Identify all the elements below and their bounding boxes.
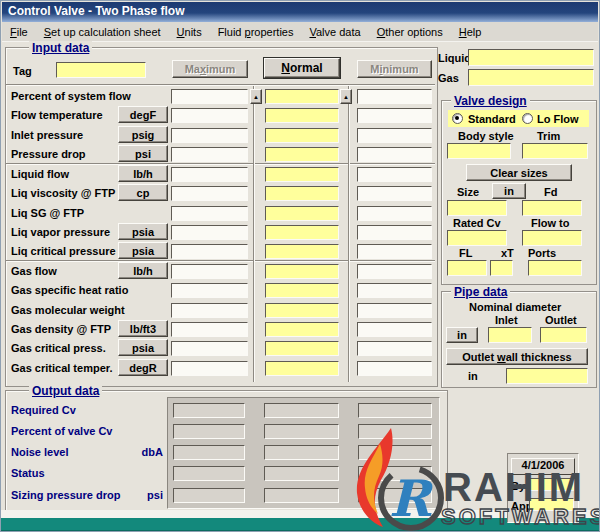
minimum-value-field[interactable]: [357, 206, 432, 221]
menu-item-valve-data[interactable]: Valve data: [301, 24, 368, 40]
minimum-value-field[interactable]: [357, 225, 432, 240]
by-input[interactable]: [529, 478, 574, 491]
size-input[interactable]: [447, 200, 507, 216]
unit-button[interactable]: psig: [118, 126, 168, 143]
maximum-value-field[interactable]: [171, 264, 248, 279]
maximum-value-field[interactable]: [171, 167, 248, 182]
trim-input[interactable]: [522, 143, 588, 159]
unit-button[interactable]: lb/ft3: [118, 320, 168, 337]
maximum-value-field[interactable]: [171, 89, 248, 104]
body-style-input[interactable]: [447, 143, 511, 159]
xt-input[interactable]: [490, 260, 513, 276]
pipe-data-title: Pipe data: [451, 285, 510, 299]
size-unit-button[interactable]: in: [492, 183, 526, 199]
maximum-value-field[interactable]: [171, 361, 248, 376]
normal-value-field[interactable]: [265, 283, 339, 298]
normal-value-field[interactable]: [265, 341, 339, 356]
unit-button[interactable]: psia: [118, 223, 168, 240]
lo-flow-radio[interactable]: [522, 113, 533, 124]
maximum-value-field[interactable]: [171, 206, 248, 221]
wall-thickness-input[interactable]: [506, 368, 588, 384]
normal-value-field[interactable]: [265, 361, 339, 376]
minimum-value-field[interactable]: [357, 89, 432, 104]
normal-value-field[interactable]: [265, 167, 339, 182]
minimum-value-field[interactable]: [357, 264, 432, 279]
minimum-value-field[interactable]: [357, 128, 432, 143]
normal-value-field[interactable]: [265, 108, 339, 123]
maximum-value-field[interactable]: [171, 225, 248, 240]
maximum-button[interactable]: Maximum: [172, 60, 248, 78]
menu-item-other-options[interactable]: Other options: [369, 24, 451, 40]
unit-button[interactable]: degR: [118, 359, 168, 376]
inlet-diameter-input[interactable]: [488, 327, 532, 343]
menu-item-units[interactable]: Units: [169, 24, 210, 40]
titlebar[interactable]: Control Valve - Two Phase flow: [2, 2, 598, 22]
normal-value-field[interactable]: [265, 303, 339, 318]
lo-flow-radio-label: Lo Flow: [537, 113, 579, 125]
ports-input[interactable]: [528, 260, 582, 276]
maximum-value-field[interactable]: [171, 244, 248, 259]
minimum-value-field[interactable]: [357, 303, 432, 318]
normal-value-field[interactable]: [265, 322, 339, 337]
unit-button[interactable]: degF: [118, 106, 168, 123]
standard-radio[interactable]: [452, 113, 463, 124]
minimum-value-field[interactable]: [357, 341, 432, 356]
minimum-value-field[interactable]: [357, 147, 432, 162]
normal-value-field[interactable]: [265, 206, 339, 221]
minimum-value-field[interactable]: [357, 167, 432, 182]
normal-value-field[interactable]: [265, 186, 339, 201]
maximum-value-field[interactable]: [171, 147, 248, 162]
pipe-in-unit-button[interactable]: in: [446, 327, 478, 343]
unit-button[interactable]: lb/h: [118, 165, 168, 182]
menu-item-set-up-calculation-sheet[interactable]: Set up calculation sheet: [36, 24, 169, 40]
gas-input[interactable]: [468, 69, 594, 86]
unit-button[interactable]: lb/h: [118, 262, 168, 279]
minimum-button[interactable]: Minimum: [357, 60, 432, 78]
liquid-input[interactable]: [468, 49, 594, 66]
normal-value-field[interactable]: [265, 244, 339, 259]
minimum-value-field[interactable]: [357, 186, 432, 201]
minimum-value-field[interactable]: [357, 283, 432, 298]
normal-value-field[interactable]: [265, 128, 339, 143]
date-field[interactable]: 4/1/2006: [511, 458, 575, 475]
maximum-value-field[interactable]: [171, 303, 248, 318]
fl-input[interactable]: [447, 260, 487, 276]
flow-to-input[interactable]: [522, 230, 582, 246]
maximum-value-field[interactable]: [171, 108, 248, 123]
maximum-value-field[interactable]: [171, 128, 248, 143]
input-row: Gas specific heat ratio: [1, 283, 437, 300]
tag-input[interactable]: [56, 62, 146, 78]
outlet-diameter-input[interactable]: [540, 327, 587, 343]
normal-value-field[interactable]: [265, 147, 339, 162]
normal-value-field[interactable]: [265, 225, 339, 240]
rated-cv-input[interactable]: [447, 230, 507, 246]
unit-button[interactable]: psia: [118, 339, 168, 356]
menu-item-label: et up calculation sheet: [51, 26, 160, 38]
gas-label: Gas: [438, 72, 459, 84]
normal-value-field[interactable]: [265, 264, 339, 279]
input-row: Gas flowlb/h: [1, 264, 437, 281]
minimum-value-field[interactable]: [357, 244, 432, 259]
normal-button[interactable]: Normal: [264, 58, 340, 78]
minimum-value-field[interactable]: [357, 108, 432, 123]
minimum-value-field[interactable]: [357, 361, 432, 376]
unit-button[interactable]: cp: [118, 184, 168, 201]
menu-item-help[interactable]: Help: [451, 24, 490, 40]
minimum-value-field[interactable]: [357, 322, 432, 337]
outlet-wall-thickness-button[interactable]: Outlet wall thickness: [446, 348, 588, 365]
app-input[interactable]: [529, 498, 574, 511]
menu-item-file[interactable]: File: [2, 24, 36, 40]
unit-button[interactable]: psia: [118, 242, 168, 259]
fd-input[interactable]: [522, 200, 582, 216]
maximum-value-field[interactable]: [171, 341, 248, 356]
unit-button[interactable]: psi: [118, 145, 168, 162]
input-row: Liq vapor pressurepsia: [1, 225, 437, 242]
clear-sizes-button[interactable]: Clear sizes: [466, 164, 572, 181]
normal-value-field[interactable]: [265, 89, 339, 104]
maximum-value-field[interactable]: [171, 186, 248, 201]
maximum-value-field[interactable]: [171, 283, 248, 298]
input-data-title: Input data: [29, 41, 92, 55]
maximum-value-field[interactable]: [171, 322, 248, 337]
input-row: Pressure droppsi: [1, 147, 437, 164]
menu-item-fluid-properties[interactable]: Fluid properties: [210, 24, 302, 40]
